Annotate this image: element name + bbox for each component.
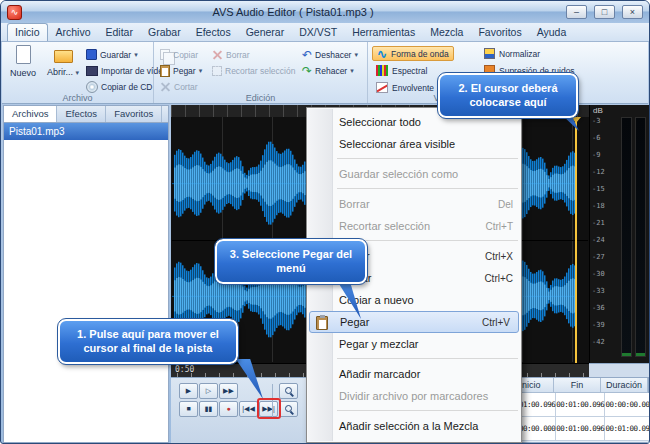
undo-icon: ↶: [302, 49, 312, 61]
minimize-button[interactable]: –: [566, 5, 587, 19]
rehacer-button[interactable]: ↷ Rehacer ▾: [302, 63, 364, 78]
new-file-icon: [16, 45, 31, 64]
tab-mezcla[interactable]: Mezcla: [423, 24, 470, 41]
level-meter-panel: dB -3-6-9-12-15-18-21-24-27-30-33-36-39-…: [589, 105, 649, 363]
paste-icon: [316, 316, 328, 330]
time-value[interactable]: 00:01:00.096: [556, 393, 605, 417]
tab-herramientas[interactable]: Herramientas: [345, 24, 422, 41]
app-window: ∿ AVS Audio Editor ( Pista01.mp3 ) – □ ×…: [0, 0, 650, 444]
callout-step3: 3. Seleccione Pegar del menú: [215, 239, 367, 284]
normalizar-button[interactable]: Normalizar: [480, 46, 544, 61]
menu-item-anadir-seleccion-mezcla[interactable]: Añadir selección a la Mezcla: [307, 415, 521, 437]
copy-icon: [160, 49, 170, 60]
group-caption-edicion: Edición: [154, 93, 367, 103]
forma-de-onda-button[interactable]: ∿ Forma de onda: [372, 46, 454, 61]
borrar-button[interactable]: Borrar: [212, 47, 304, 62]
ribbon-group-edicion: Copiar Pegar ▾ Cortar Borrar Recortar se…: [154, 42, 368, 103]
menu-item-borrar[interactable]: BorrarDel: [307, 193, 521, 215]
menu-item-recortar-seleccion[interactable]: Recortar selecciónCtrl+T: [307, 215, 521, 237]
highlight-box-go-to-end: [257, 398, 281, 419]
level-meter-right: [635, 117, 646, 357]
fast-forward-button[interactable]: ▶▶: [219, 383, 238, 399]
tab-archivo[interactable]: Archivo: [49, 24, 98, 41]
tab-dxvst[interactable]: DX/VST: [292, 24, 344, 41]
tab-generar[interactable]: Generar: [239, 24, 292, 41]
trim-icon: [212, 66, 222, 76]
magnifier-plus-icon: [285, 387, 292, 394]
maximize-button[interactable]: □: [594, 5, 615, 19]
open-folder-icon: [54, 50, 73, 63]
time-value[interactable]: 00:01:00.096: [605, 417, 650, 441]
tab-inicio[interactable]: Inicio: [7, 23, 48, 41]
app-logo-icon: ∿: [7, 5, 22, 20]
scissors-icon: [160, 81, 171, 92]
tab-grabar[interactable]: Grabar: [141, 24, 188, 41]
stop-button[interactable]: ■: [179, 401, 198, 417]
go-to-start-button[interactable]: |◀◀: [239, 401, 258, 417]
cd-icon: [86, 81, 98, 93]
time-value[interactable]: 00:01:00.096: [556, 417, 605, 441]
tab-ayuda[interactable]: Ayuda: [530, 24, 574, 41]
window-title: AVS Audio Editor ( Pista01.mp3 ): [27, 6, 559, 18]
dropdown-arrow-icon: ▾: [134, 51, 138, 59]
normalize-icon: [484, 48, 495, 59]
menu-separator: [337, 158, 518, 159]
menu-item-anadir-marcador[interactable]: Añadir marcador: [307, 363, 521, 385]
files-panel: Archivos Efectos Favoritos Pista01.mp3: [3, 105, 169, 443]
menu-item-guardar-seleccion-como[interactable]: Guardar selección como: [307, 163, 521, 185]
pause-button[interactable]: ▮▮: [199, 401, 218, 417]
meter-scale: -3-6-9-12-15-18-21-24-27-30-33-36-39-42: [590, 105, 618, 363]
pegar-button[interactable]: Pegar ▾: [160, 63, 208, 78]
level-meter-left: [621, 117, 632, 357]
copiar-button[interactable]: Copiar: [160, 47, 208, 62]
play-selection-button[interactable]: ▷: [199, 383, 218, 399]
close-button[interactable]: ×: [622, 5, 643, 19]
zoom-in-button[interactable]: [279, 383, 298, 399]
magnifier-minus-icon: [285, 405, 292, 412]
tab-favoritos-panel[interactable]: Favoritos: [106, 106, 162, 122]
tab-favoritos[interactable]: Favoritos: [471, 24, 528, 41]
dropdown-arrow-icon: ▾: [76, 69, 80, 76]
recortar-seleccion-button[interactable]: Recortar selección: [212, 63, 304, 78]
title-bar[interactable]: ∿ AVS Audio Editor ( Pista01.mp3 ) – □ ×: [1, 1, 649, 23]
ribbon-tab-bar: Inicio Archivo Editar Grabar Efectos Gen…: [1, 23, 649, 42]
record-button[interactable]: ●: [219, 401, 238, 417]
copiar-cd-button[interactable]: Copiar de CD: [86, 79, 152, 94]
col-fin: Fin: [554, 378, 601, 393]
callout-step1: 1. Pulse aquí para mover el cursor al fi…: [58, 319, 238, 364]
menu-item-pegar-y-mezclar[interactable]: Pegar y mezclar: [307, 333, 521, 355]
menu-item-pegar[interactable]: PegarCtrl+V: [309, 311, 519, 333]
espectral-button[interactable]: Espectral: [372, 63, 431, 78]
menu-item-seleccionar-area-visible[interactable]: Seleccionar área visible: [307, 133, 521, 155]
nuevo-button[interactable]: Nuevo: [5, 45, 41, 89]
tab-efectos-panel[interactable]: Efectos: [57, 106, 106, 122]
guardar-button[interactable]: Guardar ▾: [86, 47, 152, 62]
tab-editar[interactable]: Editar: [99, 24, 140, 41]
ruler-filler: [589, 363, 649, 377]
playback-cursor[interactable]: [575, 117, 577, 363]
menu-item-dividir-archivo[interactable]: Dividir archivo por marcadores: [307, 385, 521, 407]
redo-icon: ↷: [302, 65, 312, 77]
menu-item-copiar-a-nuevo[interactable]: Copiar a nuevo: [307, 289, 521, 311]
time-table-header: Inicio Fin Duración: [507, 378, 648, 393]
delete-icon: [212, 49, 223, 60]
play-button[interactable]: ▶: [179, 383, 198, 399]
paste-icon: [160, 65, 170, 77]
zoom-out-button[interactable]: [279, 401, 298, 417]
cortar-button[interactable]: Cortar: [160, 79, 208, 94]
time-info-panel: Inicio Fin Duración 00:01:00.096 00:01:0…: [506, 377, 649, 443]
spectral-icon: [376, 65, 388, 76]
tab-archivos[interactable]: Archivos: [4, 106, 57, 122]
dropdown-arrow-icon: ▾: [350, 67, 354, 75]
files-panel-tabs: Archivos Efectos Favoritos: [4, 106, 168, 123]
importar-video-button[interactable]: Importar de vídeo: [86, 63, 152, 78]
ribbon-group-archivo: Nuevo Abrir... ▾ Guardar ▾ Importar de v…: [2, 42, 154, 103]
tab-efectos[interactable]: Efectos: [189, 24, 238, 41]
abrir-button[interactable]: Abrir... ▾: [43, 45, 83, 89]
time-row-selection: 00:01:00.096 00:01:00.096 00:00:00.000: [507, 393, 648, 417]
deshacer-button[interactable]: ↶ Deshacer ▾: [302, 47, 364, 62]
menu-separator: [337, 188, 518, 189]
save-icon: [86, 49, 97, 60]
time-value[interactable]: 00:00:00.000: [605, 393, 650, 417]
file-list-item[interactable]: Pista01.mp3: [4, 123, 168, 140]
